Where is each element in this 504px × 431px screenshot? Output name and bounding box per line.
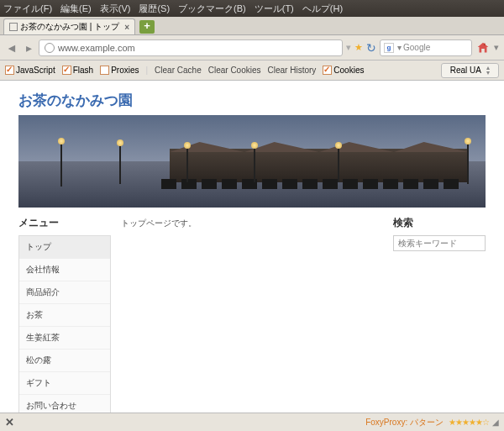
- proxies-toggle[interactable]: Proxies: [100, 66, 139, 75]
- sidebar-menu: メニュー トップ 会社情報 商品紹介 お茶 生姜紅茶 松の露 ギフト お問い合わ…: [18, 216, 111, 413]
- menu-help[interactable]: ヘルプ(H): [302, 3, 343, 15]
- sidebar-search: 検索: [393, 216, 486, 413]
- back-button[interactable]: ◄: [5, 41, 18, 55]
- tab-title: お茶のなかみつ園 | トップ: [20, 21, 119, 33]
- reload-button[interactable]: ↻: [366, 41, 376, 55]
- menu-item-company[interactable]: 会社情報: [19, 259, 110, 281]
- svg-rect-0: [484, 43, 486, 45]
- rating-stars[interactable]: ★★★★★☆: [449, 418, 489, 427]
- foxyproxy-status[interactable]: FoxyProxy: パターン: [365, 417, 444, 428]
- clear-history-button[interactable]: Clear History: [268, 66, 317, 75]
- bookmark-star-icon[interactable]: ★: [354, 42, 363, 53]
- menu-history[interactable]: 履歴(S): [139, 3, 170, 15]
- menu-dropdown-icon[interactable]: ▾: [494, 42, 499, 53]
- javascript-toggle[interactable]: JavaScript: [5, 66, 55, 75]
- checkbox-icon: [100, 66, 109, 75]
- search-engine-box[interactable]: g ▾ Google: [380, 39, 472, 56]
- search-heading: 検索: [393, 216, 486, 230]
- navigation-toolbar: ◄ ▸ www.example.com ▾ ★ ↻ g ▾ Google ▾: [0, 35, 504, 60]
- site-title[interactable]: お茶のなかみつ園: [18, 91, 486, 110]
- search-engine-label: Google: [403, 43, 430, 52]
- checkbox-icon: [62, 66, 71, 75]
- tab-bar: お茶のなかみつ園 | トップ × +: [0, 17, 504, 35]
- menu-item-tea[interactable]: お茶: [19, 304, 110, 327]
- developer-toolbar: JavaScript Flash Proxies | Clear Cache C…: [0, 60, 504, 81]
- close-icon[interactable]: ×: [124, 23, 129, 32]
- resize-grip-icon: ◢: [492, 418, 499, 427]
- bookmark-dropdown-icon[interactable]: ▾: [346, 42, 351, 53]
- menu-tools[interactable]: ツール(T): [255, 3, 294, 15]
- url-text: www.example.com: [58, 43, 135, 53]
- checkbox-icon: [5, 66, 14, 75]
- flash-toggle[interactable]: Flash: [62, 66, 93, 75]
- address-bar[interactable]: www.example.com: [39, 39, 343, 56]
- search-input[interactable]: [393, 235, 486, 251]
- clear-cache-button[interactable]: Clear Cache: [155, 66, 202, 75]
- menu-edit[interactable]: 編集(E): [60, 3, 92, 15]
- menu-heading: メニュー: [18, 216, 111, 230]
- status-bar: ✕ FoxyProxy: パターン ★★★★★☆ ◢: [0, 413, 504, 431]
- main-content: トップページです。: [121, 216, 383, 413]
- globe-icon: [45, 43, 55, 53]
- google-icon: g: [384, 43, 394, 53]
- menu-item-products[interactable]: 商品紹介: [19, 281, 110, 304]
- os-menubar: ファイル(F) 編集(E) 表示(V) 履歴(S) ブックマーク(B) ツール(…: [0, 0, 504, 17]
- close-panel-icon[interactable]: ✕: [5, 416, 14, 428]
- menu-item-contact[interactable]: お問い合わせ: [19, 395, 110, 413]
- chevron-updown-icon: ▴▾: [486, 66, 490, 76]
- new-tab-button[interactable]: +: [139, 20, 155, 34]
- menu-item-top[interactable]: トップ: [19, 236, 110, 259]
- menu-item-matsunotsuyu[interactable]: 松の露: [19, 350, 110, 372]
- browser-tab[interactable]: お茶のなかみつ園 | トップ ×: [3, 18, 135, 34]
- home-icon[interactable]: [475, 40, 491, 55]
- banner-image: [18, 115, 486, 208]
- menu-file[interactable]: ファイル(F): [3, 3, 52, 15]
- checkbox-icon: [323, 66, 332, 75]
- cookies-toggle[interactable]: Cookies: [323, 66, 364, 75]
- main-text: トップページです。: [121, 218, 197, 228]
- menu-item-ginger-tea[interactable]: 生姜紅茶: [19, 327, 110, 350]
- page-icon: [9, 23, 18, 31]
- forward-button[interactable]: ▸: [22, 41, 35, 55]
- clear-cookies-button[interactable]: Clear Cookies: [208, 66, 261, 75]
- menu-item-gift[interactable]: ギフト: [19, 372, 110, 395]
- page-content: お茶のなかみつ園 メニュー トップ 会社情報 商品紹介 お茶 生姜紅茶 松の露 …: [0, 81, 504, 413]
- user-agent-selector[interactable]: Real UA▴▾: [441, 63, 499, 78]
- menu-view[interactable]: 表示(V): [100, 3, 131, 15]
- menu-bookmarks[interactable]: ブックマーク(B): [178, 3, 246, 15]
